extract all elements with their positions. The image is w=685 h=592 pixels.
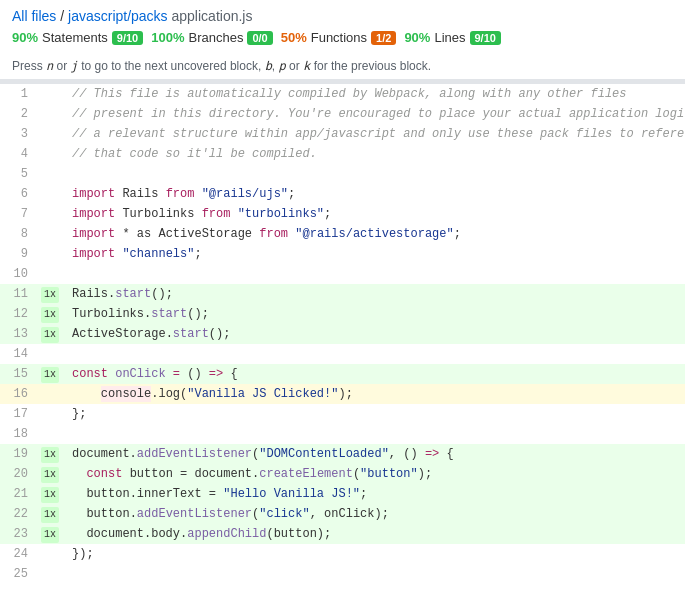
table-row: 201x const button = document.createEleme… xyxy=(0,464,685,484)
line-number: 4 xyxy=(0,144,36,164)
hit-count xyxy=(36,544,64,564)
table-row: 211x button.innerText = "Hello Vanilla J… xyxy=(0,484,685,504)
line-number: 18 xyxy=(0,424,36,444)
breadcrumb: All files / javascript/packs application… xyxy=(12,8,673,24)
table-row: 6import Rails from "@rails/ujs"; xyxy=(0,184,685,204)
stat-label: Lines xyxy=(434,30,465,45)
line-number: 7 xyxy=(0,204,36,224)
stat-pct: 90% xyxy=(12,30,38,45)
breadcrumb-sep1: / xyxy=(60,8,68,24)
code-line: ActiveStorage.start(); xyxy=(64,324,685,344)
code-line: // that code so it'll be compiled. xyxy=(64,144,685,164)
hit-count xyxy=(36,164,64,184)
table-row: 9import "channels"; xyxy=(0,244,685,264)
hit-count xyxy=(36,104,64,124)
hit-count xyxy=(36,384,64,404)
stat-label: Statements xyxy=(42,30,108,45)
table-row: 121xTurbolinks.start(); xyxy=(0,304,685,324)
hit-count xyxy=(36,344,64,364)
line-number: 9 xyxy=(0,244,36,264)
hit-count xyxy=(36,264,64,284)
table-row: 2// present in this directory. You're en… xyxy=(0,104,685,124)
code-line: document.addEventListener("DOMContentLoa… xyxy=(64,444,685,464)
line-number: 15 xyxy=(0,364,36,384)
line-number: 12 xyxy=(0,304,36,324)
hit-count: 1x xyxy=(36,444,64,464)
table-row: 16 console.log("Vanilla JS Clicked!"); xyxy=(0,384,685,404)
code-line: console.log("Vanilla JS Clicked!"); xyxy=(64,384,685,404)
code-line: // This file is automatically compiled b… xyxy=(64,84,685,104)
hit-count xyxy=(36,84,64,104)
stats-bar: 90% Statements 9/10100% Branches 0/050% … xyxy=(12,30,673,45)
line-number: 14 xyxy=(0,344,36,364)
code-line: // a relevant structure within app/javas… xyxy=(64,124,685,144)
stat-count: 0/0 xyxy=(247,31,272,45)
line-number: 2 xyxy=(0,104,36,124)
stat-pct: 90% xyxy=(404,30,430,45)
table-row: 17}; xyxy=(0,404,685,424)
code-line xyxy=(64,344,685,364)
stat-pct: 50% xyxy=(281,30,307,45)
line-number: 19 xyxy=(0,444,36,464)
table-row: 111xRails.start(); xyxy=(0,284,685,304)
stat-label: Functions xyxy=(311,30,367,45)
code-line: }; xyxy=(64,404,685,424)
table-row: 8import * as ActiveStorage from "@rails/… xyxy=(0,224,685,244)
code-line: const button = document.createElement("b… xyxy=(64,464,685,484)
hit-count: 1x xyxy=(36,284,64,304)
code-line: import Rails from "@rails/ujs"; xyxy=(64,184,685,204)
code-line: Rails.start(); xyxy=(64,284,685,304)
table-row: 10 xyxy=(0,264,685,284)
header: All files / javascript/packs application… xyxy=(0,0,685,84)
hint-bar: Press n or j to go to the next uncovered… xyxy=(0,55,685,80)
code-line xyxy=(64,564,685,584)
hit-count xyxy=(36,564,64,584)
code-line: button.innerText = "Hello Vanilla JS!"; xyxy=(64,484,685,504)
code-line: // present in this directory. You're enc… xyxy=(64,104,685,124)
code-line: import * as ActiveStorage from "@rails/a… xyxy=(64,224,685,244)
stat-badge-branches: 100% Branches 0/0 xyxy=(151,30,272,45)
hit-count xyxy=(36,204,64,224)
table-row: 7import Turbolinks from "turbolinks"; xyxy=(0,204,685,224)
line-number: 20 xyxy=(0,464,36,484)
hit-count xyxy=(36,424,64,444)
code-line xyxy=(64,264,685,284)
stat-count: 1/2 xyxy=(371,31,396,45)
line-number: 23 xyxy=(0,524,36,544)
filename-label: application.js xyxy=(172,8,253,24)
code-line: import "channels"; xyxy=(64,244,685,264)
code-line xyxy=(64,424,685,444)
line-number: 21 xyxy=(0,484,36,504)
hit-count: 1x xyxy=(36,364,64,384)
stat-pct: 100% xyxy=(151,30,184,45)
table-row: 231x document.body.appendChild(button); xyxy=(0,524,685,544)
code-line: button.addEventListener("click", onClick… xyxy=(64,504,685,524)
code-line: import Turbolinks from "turbolinks"; xyxy=(64,204,685,224)
line-number: 11 xyxy=(0,284,36,304)
hit-count xyxy=(36,124,64,144)
hit-count xyxy=(36,404,64,424)
line-number: 10 xyxy=(0,264,36,284)
line-number: 8 xyxy=(0,224,36,244)
all-files-link[interactable]: All files xyxy=(12,8,56,24)
stat-count: 9/10 xyxy=(470,31,501,45)
hit-count: 1x xyxy=(36,304,64,324)
stat-badge-statements: 90% Statements 9/10 xyxy=(12,30,143,45)
table-row: 25 xyxy=(0,564,685,584)
table-row: 151xconst onClick = () => { xyxy=(0,364,685,384)
hit-count: 1x xyxy=(36,484,64,504)
line-number: 16 xyxy=(0,384,36,404)
line-number: 13 xyxy=(0,324,36,344)
stat-label: Branches xyxy=(188,30,243,45)
line-number: 5 xyxy=(0,164,36,184)
table-row: 4// that code so it'll be compiled. xyxy=(0,144,685,164)
code-line xyxy=(64,164,685,184)
table-row: 191xdocument.addEventListener("DOMConten… xyxy=(0,444,685,464)
hit-count xyxy=(36,244,64,264)
folder-link[interactable]: javascript/packs xyxy=(68,8,168,24)
code-line: Turbolinks.start(); xyxy=(64,304,685,324)
line-number: 24 xyxy=(0,544,36,564)
hit-count: 1x xyxy=(36,504,64,524)
table-row: 3// a relevant structure within app/java… xyxy=(0,124,685,144)
hit-count xyxy=(36,224,64,244)
